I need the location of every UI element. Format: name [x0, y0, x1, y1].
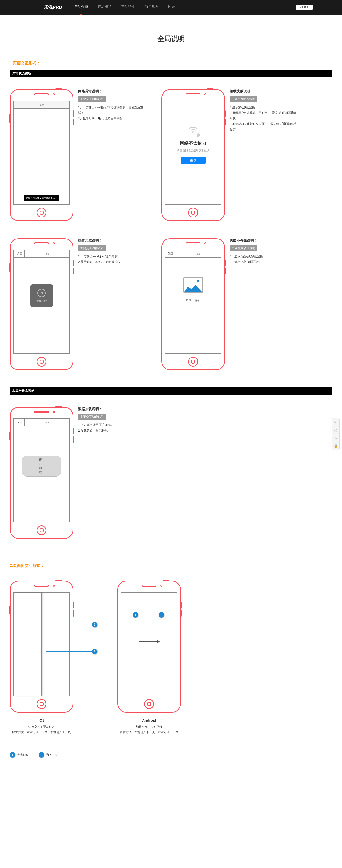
desc-sub: 主要交互动作说明	[78, 245, 105, 251]
desc-sub: 主要交互动作说明	[230, 245, 257, 251]
desc-sub: 主要交互动作说明	[78, 414, 105, 420]
desc-body: 1、显示页面获取失败图标 2、弹出信息"页面不存在"	[230, 254, 298, 265]
legend-text-1: 为当前页	[17, 753, 29, 757]
home-button[interactable]	[37, 699, 46, 709]
home-button[interactable]	[188, 357, 198, 367]
loading-pill: 正在加载...	[22, 456, 61, 476]
toast-network-fail: 网络连接失败，请检查后重试！	[24, 195, 59, 201]
brand: 乐洗PRD	[44, 4, 62, 10]
tool-lock-icon[interactable]: 🔒	[332, 442, 339, 450]
android-caption-1: 切换交互：左右平移	[117, 724, 181, 730]
ios-caption-1: 切换交互：覆盖移入	[10, 724, 73, 730]
phone-android-transition: 1 2	[117, 581, 181, 713]
legend: 1 为当前页 2 为下一页	[10, 752, 332, 757]
annotation-line	[46, 651, 93, 652]
desc-body: 1、下方弹出toast提示"网络连接失败，请检查后重试！" 2、显示时间：3秒，…	[78, 104, 147, 121]
desc-opfail: 操作失败说明： 主要交互动作说明 1.下方弹出toast提示"操作失败" 2.显…	[78, 238, 147, 370]
ios-caption-2: 触发方法：左滑进入下一页，右滑进入上一页	[10, 730, 73, 735]
tool-text-icon[interactable]: A	[332, 434, 339, 442]
desc-notfound: 页面不存在说明： 主要交互动作说明 1、显示页面获取失败图标 2、弹出信息"页面…	[230, 238, 298, 370]
section2-heading: 2.页面间交互形式：	[10, 563, 332, 568]
desc-loading: 数据加载说明： 主要交互动作说明 1.下方弹出提示"正在加载..." 2.加载完…	[78, 407, 147, 539]
screen-title: xxx	[25, 419, 69, 426]
desc-sub: 主要交互动作说明	[230, 96, 257, 102]
annotation-line	[25, 625, 93, 625]
nav-item-plan[interactable]: 项目规划	[145, 5, 158, 10]
phone-loading: 返回 xxx 正在加载...	[10, 407, 73, 539]
image-placeholder-icon	[183, 277, 203, 293]
home-button[interactable]	[37, 208, 46, 217]
retry-button[interactable]: 重试	[181, 157, 206, 164]
wifi-title: 网络不太给力	[165, 140, 221, 146]
legend-num-1: 1	[10, 752, 15, 757]
screen-title: xxx	[176, 250, 221, 257]
phone-op-fail: 返回 xxx ✕ 操作失败	[10, 238, 73, 370]
back-button[interactable]: 返回	[165, 250, 176, 257]
desc-body: 1.显示加载失败图标 2.提示用户点击重试，用户点击"重试"后对页面重新加载 3…	[230, 104, 298, 132]
legend-text-2: 为下一页	[46, 753, 58, 757]
top-navbar: 乐洗PRD 产品介绍 产品概述 产品特性 项目规划 附录 v1.0.1	[0, 0, 342, 15]
tool-target-icon[interactable]: ◎	[332, 426, 339, 434]
annotation-2: 2	[92, 649, 97, 654]
desc-title: 加载失败说明：	[230, 89, 298, 94]
home-button[interactable]	[188, 208, 198, 217]
wifi-sub: 请查看网络连接后点击重试	[165, 149, 221, 152]
phone-not-found: 返回 xxx 页面不存在	[161, 238, 225, 370]
abnormal-state-bar: 异常状态说明	[10, 70, 332, 77]
phone-load-fail: ✕ 网络不太给力 请查看网络连接后点击重试 重试	[161, 89, 225, 221]
back-button[interactable]: 返回	[14, 250, 25, 257]
phone-network-error: xxx 网络连接失败，请检查后重试！	[10, 89, 73, 221]
desc-network: 网络异常说明： 主要交互动作说明 1、下方弹出toast提示"网络连接失败，请检…	[78, 89, 147, 221]
screen-title: xxx	[25, 250, 69, 257]
annotation-1: 1	[92, 622, 97, 627]
desc-title: 网络异常说明：	[78, 89, 147, 94]
desc-body: 1.下方弹出toast提示"操作失败" 2.显示时间：3秒，之后自动消失	[78, 254, 147, 265]
wifi-off-icon: ✕	[187, 128, 199, 137]
nav-item-intro[interactable]: 产品介绍	[74, 5, 88, 10]
version-badge: v1.0.1	[296, 5, 313, 10]
desc-title: 页面不存在说明：	[230, 238, 298, 243]
phone-ios-transition	[10, 581, 73, 713]
nav-item-overview[interactable]: 产品概述	[98, 5, 112, 10]
home-button[interactable]	[37, 357, 46, 367]
desc-sub: 主要交互动作说明	[78, 96, 105, 102]
ios-caption-title: iOS	[10, 717, 73, 724]
android-caption-title: Android	[117, 717, 181, 724]
tool-scissors-icon[interactable]: ✂	[332, 418, 339, 426]
desc-title: 数据加载说明：	[78, 407, 147, 411]
screen-title: xxx	[14, 101, 69, 108]
close-icon: ✕	[37, 289, 46, 297]
op-fail-toast: ✕ 操作失败	[30, 284, 53, 307]
section1-heading: 1.页面交互形式：	[10, 61, 332, 66]
desc-title: 操作失败说明：	[78, 238, 147, 243]
home-button[interactable]	[144, 699, 154, 709]
arrow-right-icon	[139, 642, 159, 642]
nav-item-appendix[interactable]: 附录	[168, 5, 175, 10]
op-fail-text: 操作失败	[36, 299, 47, 303]
annotation-2: 2	[159, 612, 164, 618]
desc-loadfail: 加载失败说明： 主要交互动作说明 1.显示加载失败图标 2.提示用户点击重试，用…	[230, 89, 298, 221]
legend-num-2: 2	[39, 752, 44, 757]
back-button[interactable]: 返回	[14, 419, 25, 426]
nav-item-features[interactable]: 产品特性	[121, 5, 135, 10]
android-caption-2: 触发方法：左滑进入下一页，右滑进入上一页	[117, 730, 181, 735]
desc-body: 1.下方弹出提示"正在加载..." 2.加载完成，自动消失。	[78, 422, 147, 434]
nav: 产品介绍 产品概述 产品特性 项目规划 附录	[74, 5, 175, 10]
not-found-text: 页面不存在	[183, 298, 203, 302]
float-toolbar: ✂ ◎ A 🔒	[332, 418, 340, 450]
normal-state-bar: 非异常状态说明	[10, 387, 332, 395]
home-button[interactable]	[37, 525, 46, 535]
annotation-1: 1	[133, 612, 138, 618]
page-title: 全局说明	[10, 34, 332, 43]
